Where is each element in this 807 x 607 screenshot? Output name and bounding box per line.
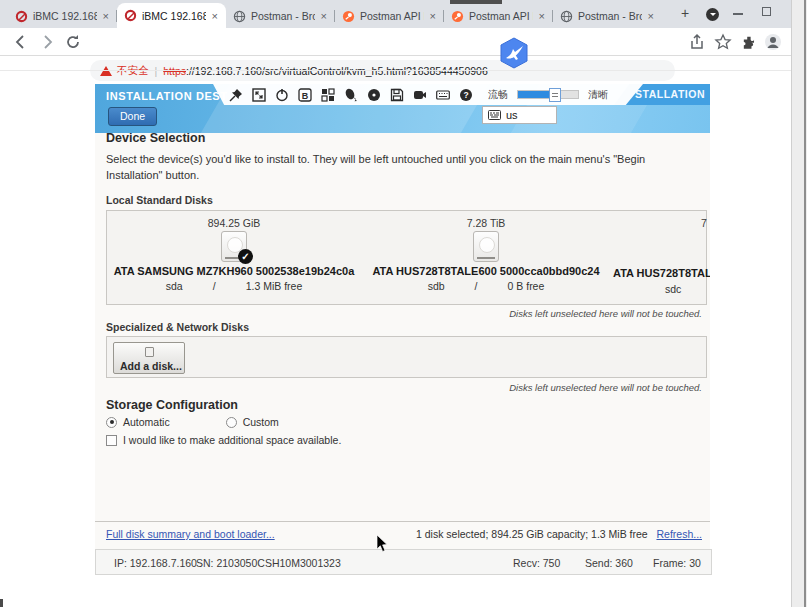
quality-sharp-label: 清晰 [588, 88, 608, 102]
tab-close-icon[interactable]: × [211, 10, 219, 22]
mouse-sync-icon[interactable] [344, 88, 358, 102]
selection-summary: 1 disk selected; 894.25 GiB capacity; 1.… [416, 528, 648, 540]
disk-sda[interactable]: 894.25 GiB ✓ ATA SAMSUNG MZ7KH960 500253… [109, 211, 359, 306]
refresh-link[interactable]: Refresh... [656, 528, 702, 540]
specialized-disks-box: Add a disk... [106, 336, 707, 378]
window-minimize-button[interactable] [733, 13, 743, 15]
postman-favicon-icon [451, 10, 464, 23]
virtual-keyboard-icon[interactable] [436, 88, 450, 102]
browser-nav-bar: 不安全 | https ://192.168.7.160/src/virtual… [0, 28, 791, 56]
unselected-note-2: Disks left unselected here will not be t… [509, 382, 702, 393]
page-top-divider [0, 70, 791, 71]
download-bird-badge-icon[interactable] [497, 37, 531, 69]
forward-button[interactable] [38, 33, 56, 51]
disk-free: 1.3 MiB free [246, 280, 303, 292]
tab-close-icon[interactable]: × [538, 10, 546, 22]
help-icon[interactable]: ? [459, 88, 473, 102]
disk-device: sdb [428, 280, 445, 292]
desktop-edge-strip [791, 0, 807, 607]
tab-title: iBMC 192.168.7.16 [33, 10, 97, 22]
tab-postman-api-2[interactable]: Postman API Platfo × [444, 4, 553, 28]
extensions-puzzle-icon[interactable] [740, 33, 758, 51]
mouse-cursor [376, 535, 388, 553]
tab-close-icon[interactable]: × [102, 10, 110, 22]
radio-custom[interactable]: Custom [226, 416, 279, 428]
disk-selected-check-icon: ✓ [238, 249, 253, 264]
partitioning-radio-group: Automatic Custom [106, 416, 279, 428]
tab-title: iBMC 192.168.7.16 [142, 10, 206, 22]
quality-slider[interactable] [517, 90, 579, 99]
disk-name: ATA SAMSUNG MZ7KH960 5002538e19b24c0a [109, 265, 359, 277]
disk-separator: / [475, 280, 478, 292]
done-button[interactable]: Done [108, 107, 157, 126]
reload-button[interactable] [64, 33, 82, 51]
macro-grid-icon[interactable] [321, 88, 335, 102]
quality-smooth-label: 流畅 [488, 88, 508, 102]
device-selection-description: Select the device(s) you'd like to insta… [106, 152, 698, 184]
back-button[interactable] [12, 33, 30, 51]
disk-sdb[interactable]: 7.28 TiB ATA HUS728T8TALE600 5000cca0bbd… [361, 211, 611, 306]
disk-device: sdc [665, 283, 681, 295]
add-disk-icon [145, 347, 154, 357]
new-tab-button[interactable]: + [676, 5, 694, 23]
disk-name: ATA HUS728T8TAL [613, 267, 710, 279]
svg-text:?: ? [463, 90, 468, 100]
send-key-b-icon[interactable]: B [298, 88, 312, 102]
tab-search-button[interactable] [706, 8, 719, 21]
quality-slider-handle[interactable] [549, 88, 561, 102]
storage-configuration-title: Storage Configuration [106, 398, 238, 412]
additional-space-checkbox[interactable] [106, 435, 117, 446]
postman-favicon-icon [342, 10, 355, 23]
status-frame: Frame: 30 [653, 557, 701, 569]
disk-separator: / [213, 280, 216, 292]
virtual-floppy-icon[interactable] [390, 88, 404, 102]
tab-title: Postman - Browse [578, 10, 642, 22]
virtual-cd-icon[interactable] [367, 88, 381, 102]
add-disk-button[interactable]: Add a disk... [113, 342, 185, 374]
tab-close-icon[interactable]: × [647, 10, 655, 22]
fullscreen-icon[interactable] [252, 88, 266, 102]
ibmc-favicon-icon [15, 10, 28, 23]
window-maximize-button[interactable] [762, 7, 771, 16]
tab-close-icon[interactable]: × [320, 10, 328, 22]
disk-free: 0 B free [508, 280, 545, 292]
disk-icon [473, 231, 499, 262]
share-icon[interactable] [688, 33, 706, 51]
pin-icon[interactable] [229, 88, 243, 102]
globe-favicon-icon [560, 10, 573, 23]
bookmark-star-icon[interactable] [714, 33, 732, 51]
radio-custom-dot[interactable] [226, 417, 237, 428]
tab-ibmc-1[interactable]: iBMC 192.168.7.16 × [8, 4, 117, 28]
tab-close-icon[interactable]: × [429, 10, 437, 22]
installer-page-title: INSTALLATION DEST [106, 90, 228, 102]
kvm-remote-screen[interactable]: INSTALLATION DEST STALLATION Done us B ?… [95, 84, 710, 549]
status-sn: SN: 2103050CSH10M3001323 [196, 557, 341, 569]
tab-postman-browser-2[interactable]: Postman - Browse × [553, 4, 662, 28]
unselected-note: Disks left unselected here will not be t… [509, 308, 702, 319]
tab-ibmc-2-active[interactable]: iBMC 192.168.7.16 × [117, 3, 226, 28]
tab-postman-browser-1[interactable]: Postman - Browse × [226, 4, 335, 28]
power-icon[interactable] [275, 88, 289, 102]
screen: iBMC 192.168.7.16 × iBMC 192.168.7.16 × … [0, 0, 807, 607]
keyboard-layout-indicator[interactable]: us [482, 106, 557, 124]
disk-device: sda [166, 280, 183, 292]
disk-icon: ✓ [221, 231, 247, 262]
bottom-left-artifact [0, 599, 3, 607]
profile-avatar[interactable] [764, 33, 782, 51]
radio-automatic[interactable]: Automatic [106, 416, 170, 428]
ibmc-favicon-icon [124, 9, 137, 22]
record-icon[interactable] [413, 88, 427, 102]
kvm-toolbar: B ? 流畅 清晰 [213, 84, 643, 105]
svg-text:B: B [302, 90, 309, 100]
disk-capacity: 894.25 GiB [109, 217, 359, 229]
keyboard-icon [488, 110, 501, 120]
kvm-status-bar: IP: 192.168.7.160 SN: 2103050CSH10M30013… [95, 549, 712, 575]
disk-sdc[interactable]: 7 ATA HUS728T8TAL sdc [613, 211, 710, 306]
additional-space-checkbox-row[interactable]: I would like to make additional space av… [106, 434, 341, 446]
radio-automatic-dot[interactable] [106, 417, 117, 428]
tab-postman-api-1[interactable]: Postman API Platfo × [335, 4, 444, 28]
tab-strip: iBMC 192.168.7.16 × iBMC 192.168.7.16 × … [8, 0, 662, 28]
full-disk-summary-link[interactable]: Full disk summary and boot loader... [106, 528, 275, 540]
tab-title: Postman API Platfo [469, 10, 533, 22]
tab-title: Postman API Platfo [360, 10, 424, 22]
